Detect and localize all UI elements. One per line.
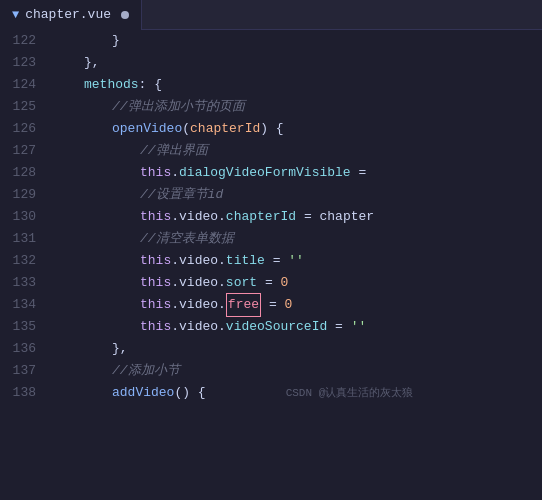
editor-container: ▼ chapter.vue 122 123 124 125 126 127 12… xyxy=(0,0,542,500)
code-line-135: this.video.videoSourceId = '' xyxy=(56,316,542,338)
line-num-123: 123 xyxy=(8,52,36,74)
vue-icon: ▼ xyxy=(12,8,19,22)
code-line-129: //设置章节id xyxy=(56,184,542,206)
code-line-138: addVideo() {CSDN @认真生活的灰太狼 xyxy=(56,382,542,404)
line-num-130: 130 xyxy=(8,206,36,228)
code-line-137: //添加小节 xyxy=(56,360,542,382)
line-num-126: 126 xyxy=(8,118,36,140)
code-line-134: this.video.free = 0 xyxy=(56,294,542,316)
line-num-129: 129 xyxy=(8,184,36,206)
code-line-130: this.video.chapterId = chapter xyxy=(56,206,542,228)
line-num-136: 136 xyxy=(8,338,36,360)
code-lines: } }, methods: { //弹出添加小节的页面 openVideo(ch… xyxy=(48,30,542,500)
line-num-135: 135 xyxy=(8,316,36,338)
code-line-127: //弹出界面 xyxy=(56,140,542,162)
code-line-123: }, xyxy=(56,52,542,74)
code-line-125: //弹出添加小节的页面 xyxy=(56,96,542,118)
line-num-133: 133 xyxy=(8,272,36,294)
tab-modified-dot xyxy=(121,11,129,19)
code-line-128: this.dialogVideoFormVisible = xyxy=(56,162,542,184)
line-num-124: 124 xyxy=(8,74,36,96)
code-line-132: this.video.title = '' xyxy=(56,250,542,272)
file-tab[interactable]: ▼ chapter.vue xyxy=(0,0,142,30)
line-numbers: 122 123 124 125 126 127 128 129 130 131 … xyxy=(0,30,48,500)
code-line-131: //清空表单数据 xyxy=(56,228,542,250)
code-line-124: methods: { xyxy=(56,74,542,96)
line-num-138: 138 xyxy=(8,382,36,404)
code-line-133: this.video.sort = 0 xyxy=(56,272,542,294)
line-num-131: 131 xyxy=(8,228,36,250)
tab-bar: ▼ chapter.vue xyxy=(0,0,542,30)
code-line-136: }, xyxy=(56,338,542,360)
line-num-125: 125 xyxy=(8,96,36,118)
line-num-122: 122 xyxy=(8,30,36,52)
line-num-137: 137 xyxy=(8,360,36,382)
code-line-126: openVideo(chapterId) { xyxy=(56,118,542,140)
code-line-122: } xyxy=(56,30,542,52)
line-num-134: 134 xyxy=(8,294,36,316)
code-area: 122 123 124 125 126 127 128 129 130 131 … xyxy=(0,30,542,500)
highlighted-free: free xyxy=(226,293,261,317)
line-num-127: 127 xyxy=(8,140,36,162)
line-num-128: 128 xyxy=(8,162,36,184)
tab-filename: chapter.vue xyxy=(25,7,111,22)
line-num-132: 132 xyxy=(8,250,36,272)
